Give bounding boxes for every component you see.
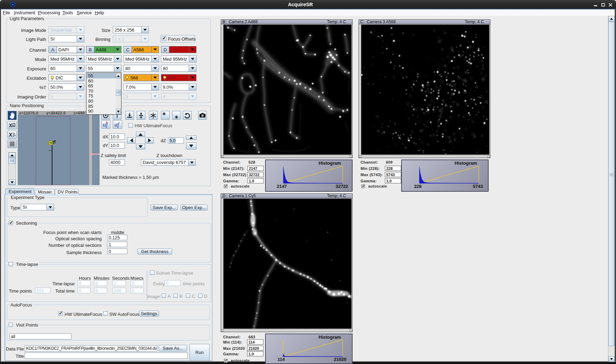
svg-text:uf: uf xyxy=(103,122,108,128)
svg-text:af: af xyxy=(115,122,120,128)
